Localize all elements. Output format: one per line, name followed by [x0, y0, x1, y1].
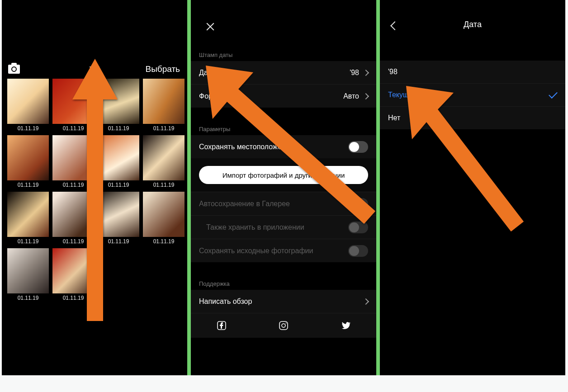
select-button[interactable]: Выбрать — [145, 64, 180, 74]
photo-date: 01.11.19 — [52, 293, 94, 304]
camera-icon[interactable] — [8, 65, 20, 74]
row-date-label: Дата — [199, 69, 215, 77]
screen-gallery: Выбрать 01.11.19 01.11.19 01.11.19 01.11… — [2, 0, 187, 375]
option-98[interactable]: '98 — [380, 61, 565, 83]
chevron-right-icon — [363, 69, 369, 76]
photo-thumb[interactable] — [52, 135, 94, 180]
svg-rect-1 — [279, 321, 288, 330]
divider — [187, 0, 191, 375]
toggle-save-originals[interactable] — [348, 245, 368, 257]
row-format-value: Авто — [343, 92, 359, 100]
section-label-params: Параметры — [191, 126, 376, 132]
row-save-originals[interactable]: Сохранять исходные фотографии — [191, 239, 376, 262]
divider — [376, 0, 380, 375]
option-current[interactable]: Текущая — [380, 83, 565, 106]
photo-date: 01.11.19 — [98, 237, 139, 247]
toggle-save-location[interactable] — [348, 141, 368, 153]
page-title: Дата — [380, 20, 565, 29]
svg-point-2 — [282, 324, 285, 327]
photo-date: 01.11.19 — [143, 180, 185, 191]
photo-date: 01.11.19 — [98, 124, 139, 134]
row-also-store[interactable]: Также хранить в приложении — [191, 215, 376, 239]
photo-date: 01.11.19 — [7, 180, 49, 191]
row-date[interactable]: Дата '98 — [191, 61, 376, 84]
photo-date: 01.11.19 — [143, 124, 185, 134]
row-save-location-label: Сохранять местоположение — [199, 143, 293, 151]
photo-thumb[interactable] — [7, 79, 49, 124]
row-format[interactable]: Формат Авто — [191, 84, 376, 108]
social-row — [191, 313, 376, 338]
photo-thumb[interactable] — [98, 192, 139, 237]
row-format-label: Формат — [199, 92, 225, 100]
instagram-icon[interactable] — [278, 320, 289, 331]
row-write-review[interactable]: Написать обзор — [191, 290, 376, 313]
photo-thumb[interactable] — [7, 135, 49, 180]
facebook-icon[interactable] — [216, 320, 227, 331]
photo-date: 01.11.19 — [52, 180, 94, 191]
gallery-topbar: Выбрать — [2, 61, 187, 77]
photo-date: 01.11.19 — [98, 180, 139, 191]
gallery-grid: 01.11.19 01.11.19 01.11.19 01.11.19 01.1… — [7, 79, 182, 305]
photo-date: 01.11.19 — [52, 124, 94, 134]
screen-date-picker: Дата '98 Текущая Нет — [380, 0, 565, 375]
checkmark-icon — [549, 90, 558, 99]
photo-thumb[interactable] — [98, 79, 139, 124]
photo-thumb[interactable] — [143, 79, 185, 124]
toggle-autosave-gallery[interactable] — [348, 198, 368, 210]
row-autosave-gallery[interactable]: Автосохранение в Галерее — [191, 192, 376, 215]
row-save-location[interactable]: Сохранять местоположение — [191, 135, 376, 158]
close-icon[interactable] — [205, 22, 215, 32]
import-button[interactable]: Импорт фотографий и другие функции — [199, 166, 368, 184]
toggle-also-store[interactable] — [348, 222, 368, 233]
svg-point-3 — [285, 323, 286, 324]
photo-date: 01.11.19 — [7, 293, 49, 304]
section-label-support: Поддержка — [191, 280, 376, 287]
hamburger-menu-icon[interactable] — [90, 65, 99, 73]
photo-date: 01.11.19 — [7, 124, 49, 134]
photo-thumb[interactable] — [98, 135, 139, 180]
section-label-stamp: Штамп даты — [191, 52, 376, 58]
row-write-review-label: Написать обзор — [199, 298, 252, 306]
photo-date: 01.11.19 — [7, 237, 49, 247]
photo-thumb[interactable] — [52, 192, 94, 237]
twitter-icon[interactable] — [340, 320, 351, 331]
chevron-right-icon — [363, 93, 369, 99]
photo-thumb[interactable] — [143, 135, 185, 180]
photo-date: 01.11.19 — [143, 237, 185, 247]
photo-thumb[interactable] — [52, 79, 94, 124]
chevron-right-icon — [363, 298, 369, 304]
row-also-store-label: Также хранить в приложении — [206, 223, 304, 231]
row-autosave-gallery-label: Автосохранение в Галерее — [199, 200, 290, 208]
photo-thumb[interactable] — [7, 192, 49, 237]
photo-thumb[interactable] — [7, 248, 49, 293]
row-date-value: '98 — [350, 69, 359, 77]
photo-thumb[interactable] — [52, 248, 94, 293]
screen-settings: Штамп даты Дата '98 Формат Авто Параметр… — [191, 0, 376, 375]
option-none[interactable]: Нет — [380, 106, 565, 129]
photo-date: 01.11.19 — [52, 237, 94, 247]
row-save-originals-label: Сохранять исходные фотографии — [199, 247, 313, 255]
photo-thumb[interactable] — [143, 192, 185, 237]
